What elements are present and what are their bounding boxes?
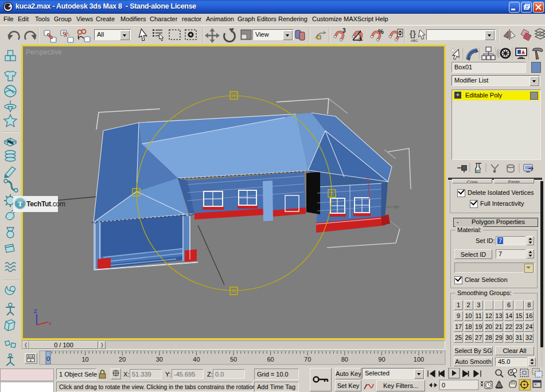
svg-text:T: T — [18, 199, 23, 208]
svg-text:50: 50 — [230, 356, 237, 363]
svg-text:100: 100 — [414, 356, 424, 363]
svg-text:30: 30 — [156, 356, 163, 363]
svg-text:20: 20 — [119, 356, 126, 363]
svg-text:40: 40 — [193, 356, 200, 363]
svg-text:60: 60 — [267, 356, 274, 363]
svg-text:10: 10 — [81, 356, 88, 363]
svg-text:ABC: ABC — [411, 39, 418, 42]
svg-text:x: x — [49, 320, 52, 326]
svg-text:0: 0 — [46, 355, 50, 362]
svg-text:80: 80 — [341, 356, 348, 363]
svg-text:{}: {} — [410, 29, 416, 38]
svg-text:3: 3 — [342, 28, 346, 34]
svg-text:90: 90 — [378, 356, 385, 363]
svg-text:70: 70 — [304, 356, 311, 363]
svg-text:%: % — [378, 28, 384, 35]
svg-text:0: 0 — [442, 382, 445, 389]
svg-text:Z: Z — [34, 308, 37, 314]
